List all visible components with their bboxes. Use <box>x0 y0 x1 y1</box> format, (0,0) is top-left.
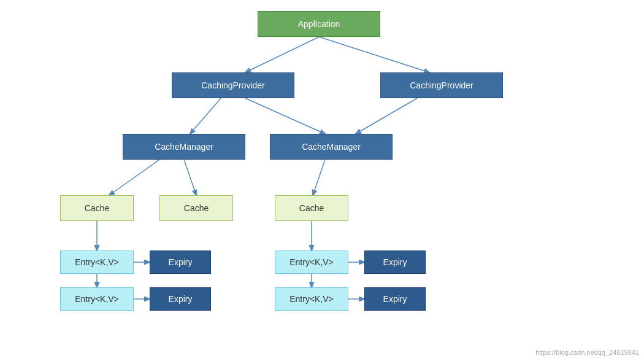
svg-line-0 <box>245 37 319 72</box>
svg-line-2 <box>190 98 221 134</box>
svg-line-1 <box>319 37 429 72</box>
cache-1-node: Cache <box>60 195 134 221</box>
application-node: Application <box>258 11 380 37</box>
expiry-4-node: Expiry <box>364 287 426 311</box>
cache-manager-1-node: CacheManager <box>123 134 245 160</box>
entry-2-node: Entry<K,V> <box>60 287 134 311</box>
caching-provider-2-node: CachingProvider <box>380 72 503 98</box>
diagram: Application CachingProvider CachingProvi… <box>0 0 644 361</box>
expiry-3-node: Expiry <box>364 250 426 274</box>
caching-provider-1-node: CachingProvider <box>172 72 294 98</box>
cache-3-node: Cache <box>275 195 348 221</box>
svg-line-5 <box>109 160 159 195</box>
cache-manager-2-node: CacheManager <box>270 134 393 160</box>
svg-line-7 <box>313 160 325 195</box>
svg-line-6 <box>184 160 196 195</box>
entry-1-node: Entry<K,V> <box>60 250 134 274</box>
svg-line-3 <box>245 98 325 134</box>
entry-3-node: Entry<K,V> <box>275 250 348 274</box>
entry-4-node: Entry<K,V> <box>275 287 348 311</box>
watermark: https://blog.csdn.net/qq_24819841 <box>535 349 639 356</box>
cache-2-node: Cache <box>159 195 233 221</box>
expiry-1-node: Expiry <box>150 250 211 274</box>
expiry-2-node: Expiry <box>150 287 211 311</box>
svg-line-4 <box>356 98 417 134</box>
